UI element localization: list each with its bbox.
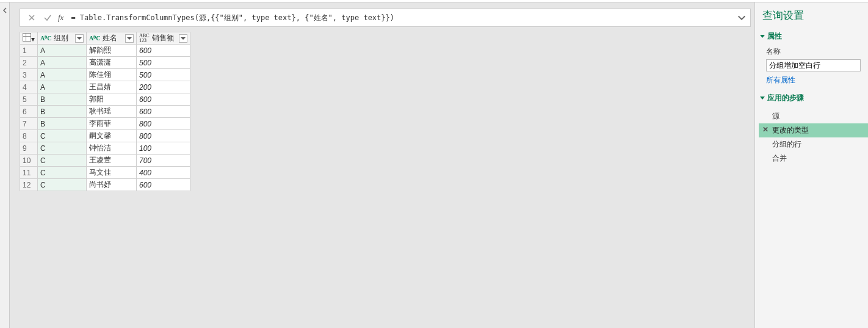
query-name-input[interactable] [766, 59, 861, 71]
cell-name[interactable]: 王昌婧 [87, 81, 137, 93]
cell-sales[interactable]: 800 [137, 118, 190, 130]
cell-sales[interactable]: 600 [137, 93, 190, 106]
type-icon-text: AᴮC [89, 35, 100, 42]
row-number: 1 [20, 45, 38, 57]
section-label: 属性 [767, 31, 782, 42]
row-number: 10 [20, 155, 38, 167]
query-settings-panel: 查询设置 属性 名称 所有属性 应用的步骤 源✕更改的类型分组的行合并 [754, 2, 868, 328]
table-row[interactable]: 1A解韵熙600 [20, 45, 190, 57]
table-row[interactable]: 2A高潇潇500 [20, 57, 190, 69]
table-row[interactable]: 4A王昌婧200 [20, 81, 190, 93]
table-row[interactable]: 11C马文佳400 [20, 167, 190, 179]
cell-sales[interactable]: 800 [137, 130, 190, 142]
column-header-name[interactable]: AᴮC 姓名 [87, 32, 137, 45]
table-row[interactable]: 8C嗣文馨800 [20, 130, 190, 142]
row-number: 5 [20, 93, 38, 106]
cell-group[interactable]: B [38, 118, 87, 130]
cell-sales[interactable]: 100 [137, 142, 190, 155]
column-label: 姓名 [103, 33, 123, 43]
cell-group[interactable]: C [38, 167, 87, 179]
step-label: 更改的类型 [772, 126, 809, 134]
step-label: 分组的行 [772, 140, 801, 148]
table-row[interactable]: 12C尚书妤600 [20, 179, 190, 191]
all-properties-link[interactable]: 所有属性 [766, 75, 795, 86]
cell-name[interactable]: 尚书妤 [87, 179, 137, 191]
table-row[interactable]: 5B郭阳600 [20, 93, 190, 106]
panel-title: 查询设置 [755, 2, 868, 29]
column-filter-button[interactable] [179, 34, 187, 43]
step-label: 合并 [772, 154, 787, 162]
left-collapse-rail[interactable] [0, 2, 10, 328]
section-steps-header[interactable]: 应用的步骤 [755, 90, 868, 106]
cell-group[interactable]: C [38, 130, 87, 142]
cell-group[interactable]: C [38, 155, 87, 167]
cell-group[interactable]: A [38, 69, 87, 81]
formula-cancel-button[interactable] [26, 12, 37, 23]
row-number: 6 [20, 106, 38, 118]
applied-step[interactable]: 源 [759, 109, 868, 123]
expand-triangle-icon [760, 97, 765, 100]
row-number: 2 [20, 57, 38, 69]
table-row[interactable]: 9C钟怡洁100 [20, 142, 190, 155]
formula-bar: fx [20, 9, 751, 27]
applied-step[interactable]: 分组的行 [759, 137, 868, 151]
column-filter-button[interactable] [75, 34, 84, 43]
cell-group[interactable]: B [38, 93, 87, 106]
row-number: 11 [20, 167, 38, 179]
table-row[interactable]: 7B李雨菲800 [20, 118, 190, 130]
column-header-sales[interactable]: ABC123 销售额 [137, 32, 190, 45]
delete-step-icon[interactable]: ✕ [762, 125, 769, 134]
expand-triangle-icon [760, 35, 765, 38]
cell-sales[interactable]: 600 [137, 179, 190, 191]
row-number: 9 [20, 142, 38, 155]
cell-name[interactable]: 钟怡洁 [87, 142, 137, 155]
cell-group[interactable]: B [38, 106, 87, 118]
cell-sales[interactable]: 200 [137, 81, 190, 93]
cell-name[interactable]: 郭阳 [87, 93, 137, 106]
formula-input[interactable] [68, 13, 732, 22]
section-label: 应用的步骤 [767, 93, 804, 103]
step-label: 源 [772, 112, 779, 120]
fx-icon: fx [58, 13, 63, 23]
cell-sales[interactable]: 500 [137, 57, 190, 69]
cell-sales[interactable]: 500 [137, 69, 190, 81]
row-number: 12 [20, 179, 38, 191]
row-number: 7 [20, 118, 38, 130]
cell-sales[interactable]: 700 [137, 155, 190, 167]
cell-name[interactable]: 马文佳 [87, 167, 137, 179]
column-filter-button[interactable] [125, 34, 134, 43]
formula-confirm-button[interactable] [42, 12, 53, 23]
cell-name[interactable]: 嗣文馨 [87, 130, 137, 142]
cell-name[interactable]: 高潇潇 [87, 57, 137, 69]
cell-sales[interactable]: 600 [137, 106, 190, 118]
applied-step[interactable]: 合并 [759, 151, 868, 166]
formula-expand-button[interactable] [737, 13, 747, 23]
table-row[interactable]: 10C王凌萱700 [20, 155, 190, 167]
grid-corner[interactable]: ▾ [20, 32, 38, 45]
applied-steps-list: 源✕更改的类型分组的行合并 [759, 109, 868, 166]
cell-sales[interactable]: 400 [137, 167, 190, 179]
applied-step[interactable]: ✕更改的类型 [759, 123, 868, 137]
cell-group[interactable]: A [38, 81, 87, 93]
data-grid[interactable]: ▾ AᴮC 组别 AᴮC 姓名 [20, 32, 190, 191]
section-properties-header[interactable]: 属性 [755, 29, 868, 44]
cell-name[interactable]: 李雨菲 [87, 118, 137, 130]
type-icon-text: AᴮC [40, 35, 51, 42]
cell-group[interactable]: C [38, 142, 87, 155]
cell-name[interactable]: 耿书瑶 [87, 106, 137, 118]
row-number: 4 [20, 81, 38, 93]
cell-name[interactable]: 王凌萱 [87, 155, 137, 167]
cell-group[interactable]: A [38, 45, 87, 57]
table-row[interactable]: 6B耿书瑶600 [20, 106, 190, 118]
cell-name[interactable]: 解韵熙 [87, 45, 137, 57]
cell-group[interactable]: C [38, 179, 87, 191]
cell-name[interactable]: 陈佳翎 [87, 69, 137, 81]
cell-sales[interactable]: 600 [137, 45, 190, 57]
table-icon [23, 33, 31, 42]
column-label: 销售额 [152, 33, 176, 43]
table-row[interactable]: 3A陈佳翎500 [20, 69, 190, 81]
cell-group[interactable]: A [38, 57, 87, 69]
row-number: 3 [20, 69, 38, 81]
column-header-group[interactable]: AᴮC 组别 [38, 32, 87, 45]
column-label: 组别 [54, 33, 73, 43]
